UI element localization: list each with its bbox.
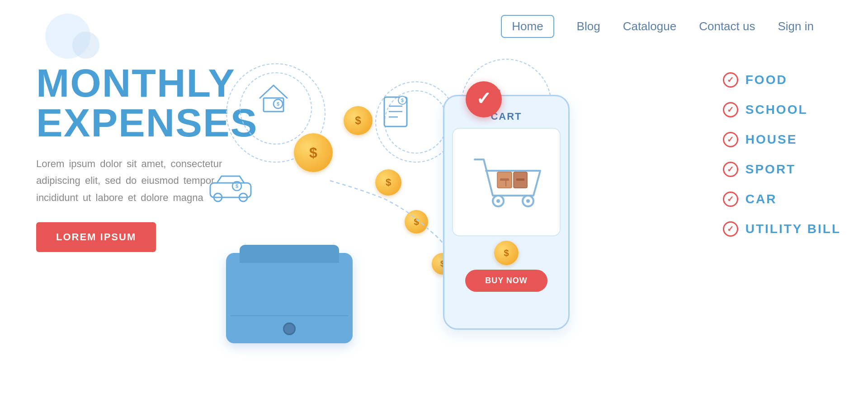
coin-2: $ [344,106,373,135]
svg-text:$: $ [277,101,279,107]
check-item-food: ✓ FOOD [723,72,841,88]
svg-point-25 [526,199,530,203]
check-icon-sport: ✓ [723,162,738,177]
check-item-sport: ✓ SPORT [723,162,841,177]
buy-now-button[interactable]: BUY NOW [465,270,547,292]
svg-point-23 [496,199,500,203]
check-item-car: ✓ CAR [723,192,841,207]
check-item-school: ✓ SCHOOL [723,102,841,117]
check-item-house: ✓ HOUSE [723,132,841,147]
phone-screen: CART [444,96,568,328]
nav-catalogue[interactable]: Catalogue [623,19,677,33]
check-icon-car: ✓ [723,192,738,207]
svg-rect-3 [210,183,251,197]
cta-button[interactable]: LOREM IPSUM [36,222,156,252]
nav-signin[interactable]: Sign in [778,19,814,33]
svg-rect-20 [505,178,506,187]
check-mark: ✓ [727,164,734,174]
coin-1: $ [294,133,333,172]
sport-label: SPORT [745,162,796,177]
book-icon: $ [380,95,411,131]
check-mark: ✓ [727,224,734,234]
coin-4: $ [405,210,428,234]
house-label: HOUSE [745,132,797,147]
phone-device: CART [443,95,570,330]
check-symbol: ✓ [476,88,491,109]
car-label: CAR [745,192,777,206]
coin-3: $ [375,169,401,196]
check-mark: ✓ [727,194,734,204]
nav-blog[interactable]: Blog [577,19,600,33]
decorative-circle-2 [72,32,99,59]
car-dollar-icon: $ [208,172,253,203]
expense-checklist: ✓ FOOD ✓ SCHOOL ✓ HOUSE ✓ SPORT ✓ CAR ✓ … [723,72,841,237]
illustration-area: $ $ $ [181,36,588,388]
phone-coin: $ [494,241,519,265]
check-icon-house: ✓ [723,132,738,147]
wallet-clasp [283,323,296,335]
nav-home[interactable]: Home [501,15,554,38]
check-icon-utility: ✓ [723,221,738,237]
svg-text:$: $ [401,98,404,103]
check-item-utility: ✓ UTILITY BILL [723,221,841,237]
check-mark: ✓ [727,135,734,145]
checkmark-circle: ✓ [466,81,502,117]
school-label: SCHOOL [745,103,808,117]
nav-contact[interactable]: Contact us [699,19,755,33]
wallet-body [226,253,353,343]
utility-label: UTILITY BILL [745,222,841,236]
svg-rect-21 [516,178,524,181]
check-mark: ✓ [727,75,734,85]
svg-rect-19 [500,178,509,181]
wallet-top [240,245,339,263]
check-icon-food: ✓ [723,72,738,88]
wallet [226,253,353,343]
check-icon-school: ✓ [723,102,738,117]
wallet-line [231,315,348,316]
house-dollar-icon: $ [253,77,294,117]
check-mark: ✓ [727,105,734,115]
food-label: FOOD [745,73,788,87]
svg-text:$: $ [236,183,238,189]
cart-svg [466,146,547,218]
cart-area [452,128,561,236]
